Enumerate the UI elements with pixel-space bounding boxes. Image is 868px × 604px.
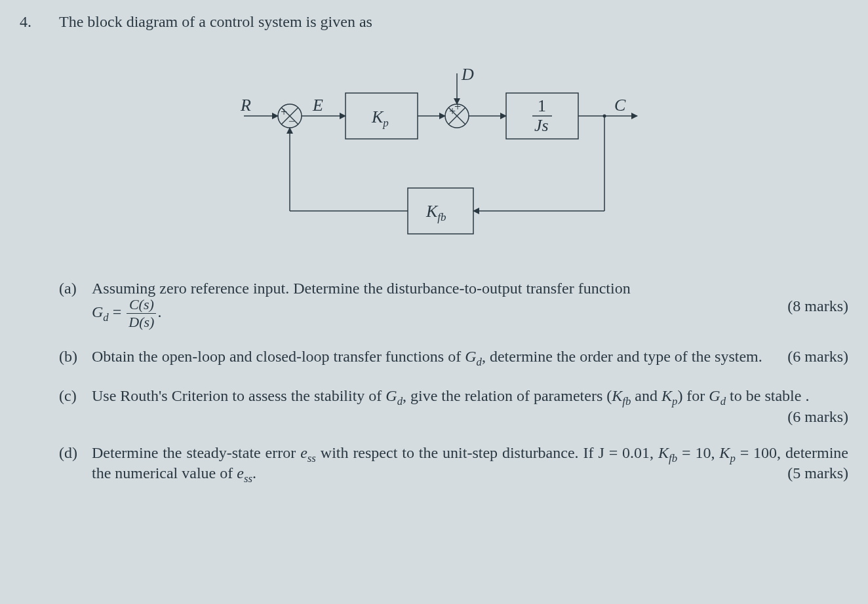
question-number: 4. [20, 13, 59, 31]
signal-r-label: R [240, 96, 251, 115]
block-kfb-label: Kfb [425, 202, 446, 223]
subquestion-a: (a) Assuming zero reference input. Deter… [59, 280, 848, 330]
subquestion-d: (d) Determine the steady-state error ess… [59, 444, 848, 486]
part-a-formula: Gd = C(s)D(s). [92, 297, 161, 330]
sub-content-a: Assuming zero reference input. Determine… [92, 280, 848, 330]
question-text: The block diagram of a control system is… [59, 13, 848, 31]
signal-d-label: D [461, 65, 474, 84]
part-a-marks: (8 marks) [787, 297, 848, 330]
sub-label-a: (a) [59, 280, 92, 330]
sub-label-c: (c) [59, 387, 92, 426]
svg-text:+: + [281, 105, 287, 119]
part-a-text: Assuming zero reference input. Determine… [92, 280, 631, 297]
subquestion-c: (c) Use Routh's Criterion to assess the … [59, 387, 848, 426]
svg-text:−: − [288, 115, 295, 128]
signal-c-label: C [614, 96, 626, 115]
part-c-text: Use Routh's Criterion to assess the stab… [92, 387, 809, 404]
part-d-marks: (5 marks) [787, 464, 848, 482]
block-diagram: R E D C Kp 1 Js Kfb + − + + [224, 64, 644, 247]
part-d-text: Determine the steady-state error ess wit… [92, 444, 848, 482]
plant-denominator: Js [534, 116, 549, 135]
question-header: 4. The block diagram of a control system… [20, 13, 848, 31]
sub-content-d: Determine the steady-state error ess wit… [92, 444, 848, 486]
plant-numerator: 1 [538, 96, 546, 115]
subquestion-b: (b) Obtain the open-loop and closed-loop… [59, 348, 848, 369]
part-b-text: Obtain the open-loop and closed-loop tra… [92, 348, 762, 365]
sub-label-b: (b) [59, 348, 92, 369]
sub-content-b: Obtain the open-loop and closed-loop tra… [92, 348, 848, 369]
svg-point-24 [603, 115, 606, 118]
signal-e-label: E [312, 96, 323, 115]
part-c-marks: (6 marks) [787, 408, 848, 426]
sub-content-c: Use Routh's Criterion to assess the stab… [92, 387, 848, 426]
block-kp-label: Kp [371, 107, 389, 129]
sub-label-d: (d) [59, 444, 92, 486]
svg-text:+: + [454, 100, 461, 113]
part-b-marks: (6 marks) [787, 348, 848, 366]
